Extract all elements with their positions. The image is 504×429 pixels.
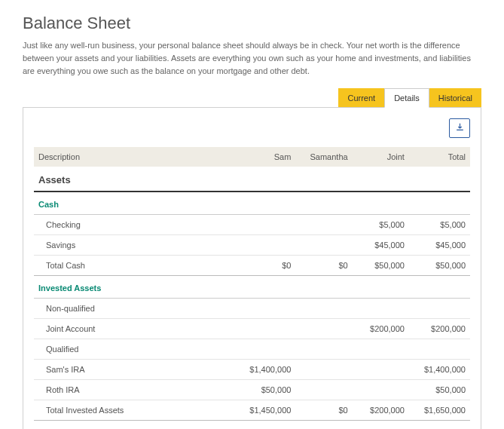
cell: $50,000 bbox=[353, 256, 409, 276]
table-header: Description Sam Samantha Joint Total bbox=[34, 147, 470, 167]
col-total: Total bbox=[409, 147, 470, 167]
cell bbox=[295, 319, 352, 339]
download-icon bbox=[455, 121, 465, 135]
cell-label: Non-qualified bbox=[34, 299, 231, 319]
col-description: Description bbox=[34, 147, 231, 167]
tab-current[interactable]: Current bbox=[338, 88, 384, 108]
cell bbox=[231, 215, 296, 235]
table-row: Qualified bbox=[34, 339, 470, 360]
tabs: Current Details Historical bbox=[23, 88, 481, 108]
download-button[interactable] bbox=[449, 118, 470, 138]
cell: $5,000 bbox=[353, 215, 409, 235]
cell: $50,000 bbox=[231, 380, 296, 400]
table-row: Savings$45,000$45,000 bbox=[34, 235, 470, 256]
cell-label: Checking bbox=[34, 215, 231, 235]
cell-label: Joint Account bbox=[34, 319, 231, 339]
table-row: Checking$5,000$5,000 bbox=[34, 215, 470, 235]
cell bbox=[353, 380, 409, 400]
total-invested-row: Total Invested Assets$1,450,000$0$200,00… bbox=[34, 400, 470, 421]
col-joint: Joint bbox=[353, 147, 409, 167]
cell bbox=[295, 215, 352, 235]
table-row: Sam's IRA$1,400,000$1,400,000 bbox=[34, 360, 470, 380]
cell: $50,000 bbox=[409, 256, 470, 276]
cell: $0 bbox=[295, 256, 352, 276]
cell-label: Roth IRA bbox=[34, 380, 231, 400]
cell: $45,000 bbox=[353, 235, 409, 256]
cell-label: Total Invested Assets bbox=[34, 400, 231, 421]
invested-heading: Invested Assets bbox=[34, 276, 470, 299]
cell bbox=[295, 235, 352, 256]
table-row: Non-qualified bbox=[34, 299, 470, 319]
total-cash-row: Total Cash$0$0$50,000$50,000 bbox=[34, 256, 470, 276]
cell: $200,000 bbox=[353, 400, 409, 421]
col-samantha: Samantha bbox=[295, 147, 352, 167]
tab-historical[interactable]: Historical bbox=[429, 88, 481, 108]
cell: $200,000 bbox=[353, 319, 409, 339]
col-sam: Sam bbox=[231, 147, 296, 167]
assets-heading: Assets bbox=[34, 167, 470, 192]
cell: $1,400,000 bbox=[409, 360, 470, 380]
balance-table: Description Sam Samantha Joint Total Ass… bbox=[34, 147, 470, 429]
page-title: Balance Sheet bbox=[23, 14, 481, 33]
cash-heading: Cash bbox=[34, 192, 470, 215]
cell: $1,650,000 bbox=[409, 400, 470, 421]
details-panel: Description Sam Samantha Joint Total Ass… bbox=[23, 107, 481, 429]
cell-label: Savings bbox=[34, 235, 231, 256]
cell: $45,000 bbox=[409, 235, 470, 256]
cell bbox=[231, 235, 296, 256]
cell bbox=[353, 360, 409, 380]
cell: $50,000 bbox=[409, 380, 470, 400]
cell: $1,450,000 bbox=[231, 400, 296, 421]
cell bbox=[295, 380, 352, 400]
realestate-heading: Real Estate Assets bbox=[34, 421, 470, 429]
cell bbox=[295, 360, 352, 380]
cell-label: Total Cash bbox=[34, 256, 231, 276]
cell: $200,000 bbox=[409, 319, 470, 339]
page-description: Just like any well-run business, your pe… bbox=[23, 39, 481, 78]
cell bbox=[231, 319, 296, 339]
cell: $1,400,000 bbox=[231, 360, 296, 380]
cell-label: Sam's IRA bbox=[34, 360, 231, 380]
cell: $0 bbox=[295, 400, 352, 421]
cell-label: Qualified bbox=[34, 339, 231, 360]
cell: $0 bbox=[231, 256, 296, 276]
tab-details[interactable]: Details bbox=[384, 88, 429, 108]
table-row: Roth IRA$50,000$50,000 bbox=[34, 380, 470, 400]
cell: $5,000 bbox=[409, 215, 470, 235]
table-row: Joint Account$200,000$200,000 bbox=[34, 319, 470, 339]
